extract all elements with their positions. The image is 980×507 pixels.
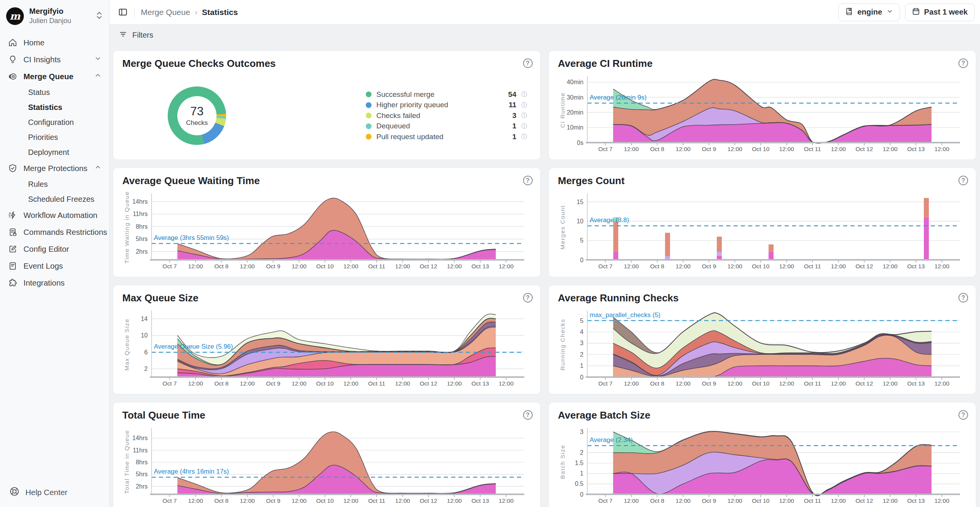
sidebar-item-status[interactable]: Status — [23, 85, 106, 100]
sidebar-item-label: Commands Restrictions — [23, 228, 107, 237]
breadcrumb-merge-queue[interactable]: Merge Queue — [141, 8, 190, 17]
svg-text:Average (8.8): Average (8.8) — [590, 216, 629, 224]
sidebar-item-deployment[interactable]: Deployment — [23, 145, 106, 160]
svg-text:5hrs: 5hrs — [136, 471, 148, 477]
svg-text:Oct 10: Oct 10 — [316, 263, 334, 269]
help-icon[interactable]: ? — [958, 176, 968, 185]
sidebar-item-statistics[interactable]: Statistics — [23, 100, 106, 115]
help-icon[interactable]: ? — [523, 58, 533, 68]
legend-row: Dequeued1ⓘ — [366, 121, 527, 131]
help-icon[interactable]: ? — [523, 176, 533, 185]
svg-text:2: 2 — [580, 449, 583, 456]
svg-text:12:00: 12:00 — [831, 146, 846, 152]
svg-text:10: 10 — [141, 332, 148, 339]
svg-text:Oct 13: Oct 13 — [907, 263, 925, 269]
chevron-down-icon — [887, 8, 893, 17]
help-icon[interactable]: ? — [958, 293, 968, 303]
help-icon[interactable]: ? — [523, 293, 533, 303]
svg-text:Average (4hrs 16min 17s): Average (4hrs 16min 17s) — [154, 468, 229, 475]
help-icon[interactable]: ? — [958, 58, 968, 68]
sidebar-item-label: CI Insights — [23, 55, 88, 64]
svg-text:Oct 12: Oct 12 — [420, 380, 437, 387]
info-icon[interactable]: ⓘ — [522, 123, 527, 130]
workflow-bolt-icon — [8, 210, 18, 220]
svg-text:12:00: 12:00 — [188, 380, 203, 387]
svg-text:12:00: 12:00 — [292, 497, 307, 504]
help-icon[interactable]: ? — [958, 410, 968, 420]
donut-legend: Successful merge54ⓘHigher priority queue… — [366, 89, 527, 142]
svg-text:12:00: 12:00 — [882, 263, 897, 269]
card-average-ci-runtime: Average CI Runtime ? 0s10min20min30min40… — [548, 50, 977, 160]
card-average-batch-size: Average Batch Size ? 00.511.523Average (… — [548, 402, 977, 507]
svg-text:Oct 11: Oct 11 — [368, 497, 385, 504]
svg-text:12:00: 12:00 — [831, 263, 846, 269]
puzzle-icon — [8, 278, 18, 288]
card-average-queue-waiting-time: Average Queue Waiting Time ? 2hrs5hrs8hr… — [113, 168, 541, 277]
sidebar-item-workflow-automation[interactable]: Workflow Automation — [3, 207, 106, 224]
card-max-queue-size: Max Queue Size ? 261014Average Queue Siz… — [113, 285, 541, 394]
svg-text:Oct 8: Oct 8 — [650, 263, 664, 269]
svg-text:12:00: 12:00 — [447, 380, 462, 387]
donut-caption: Checks — [186, 119, 208, 127]
svg-text:Oct 10: Oct 10 — [316, 380, 334, 387]
svg-text:5: 5 — [580, 317, 583, 324]
svg-text:11hrs: 11hrs — [133, 211, 148, 217]
legend-row: Pull request updated1ⓘ — [366, 131, 527, 142]
legend-dot — [366, 113, 372, 118]
sidebar-item-merge-protections[interactable]: Merge Protections — [3, 160, 106, 177]
svg-text:12:00: 12:00 — [623, 497, 638, 504]
svg-text:12:00: 12:00 — [675, 497, 690, 504]
svg-text:2: 2 — [144, 366, 148, 372]
org-switcher[interactable]: m Mergifyio Julien Danjou — [0, 0, 109, 30]
svg-text:Oct 9: Oct 9 — [702, 380, 716, 387]
sidebar-nav: HomeCI InsightsMerge QueueStatusStatisti… — [0, 30, 109, 478]
svg-text:15: 15 — [577, 199, 583, 205]
sidebar-item-priorities[interactable]: Priorities — [23, 130, 106, 145]
svg-text:Batch Size: Batch Size — [559, 445, 566, 479]
help-center-link[interactable]: Help Center — [0, 478, 109, 507]
info-icon[interactable]: ⓘ — [522, 112, 527, 119]
svg-text:1: 1 — [580, 470, 583, 477]
card-title: Average Running Checks — [558, 292, 967, 304]
svg-text:6: 6 — [144, 349, 148, 356]
sidebar-item-configuration[interactable]: Configuration — [23, 115, 106, 130]
sidebar-item-config-editor[interactable]: Config Editor — [3, 241, 106, 258]
info-icon[interactable]: ⓘ — [522, 101, 527, 109]
svg-text:1: 1 — [580, 362, 583, 369]
info-icon[interactable]: ⓘ — [522, 133, 527, 140]
svg-text:5hrs: 5hrs — [136, 236, 148, 242]
svg-text:12:00: 12:00 — [623, 146, 638, 152]
repository-select[interactable]: engine — [838, 3, 900, 21]
doc-lock-icon — [8, 227, 18, 237]
sidebar-item-integrations[interactable]: Integrations — [3, 274, 106, 291]
svg-text:12:00: 12:00 — [498, 380, 513, 387]
sidebar-toggle-button[interactable] — [116, 5, 130, 19]
info-icon[interactable]: ⓘ — [522, 91, 527, 98]
sidebar-item-rules[interactable]: Rules — [23, 177, 106, 192]
svg-text:Average (2.34): Average (2.34) — [590, 436, 633, 444]
sidebar-item-scheduled-freezes[interactable]: Scheduled Freezes — [23, 192, 106, 207]
sidebar-item-ci-insights[interactable]: CI Insights — [3, 51, 106, 68]
svg-text:12:00: 12:00 — [779, 263, 794, 269]
merge-queue-icon — [8, 71, 18, 81]
date-range-button[interactable]: Past 1 week — [905, 3, 975, 21]
svg-text:Merges Count: Merges Count — [559, 205, 566, 249]
legend-value: 1 — [512, 133, 517, 141]
legend-dot — [366, 102, 372, 108]
sidebar-item-home[interactable]: Home — [3, 34, 106, 51]
svg-text:8hrs: 8hrs — [136, 223, 148, 230]
svg-text:Oct 13: Oct 13 — [472, 263, 489, 269]
card-title: Merges Count — [558, 175, 967, 187]
svg-text:Oct 12: Oct 12 — [855, 146, 873, 152]
sidebar-item-commands-restrictions[interactable]: Commands Restrictions — [3, 224, 106, 241]
svg-text:0: 0 — [580, 491, 583, 498]
sidebar-item-label: Deployment — [28, 148, 102, 157]
sidebar-item-merge-queue[interactable]: Merge Queue — [3, 68, 106, 85]
legend-row: Higher priority queued11ⓘ — [366, 100, 527, 110]
help-icon[interactable]: ? — [523, 410, 533, 420]
filters-button[interactable]: Filters — [117, 28, 155, 43]
svg-text:Oct 12: Oct 12 — [855, 497, 873, 504]
svg-text:2hrs: 2hrs — [136, 248, 148, 255]
sidebar-item-event-logs[interactable]: Event Logs — [3, 258, 106, 274]
svg-text:Oct 7: Oct 7 — [163, 497, 177, 504]
